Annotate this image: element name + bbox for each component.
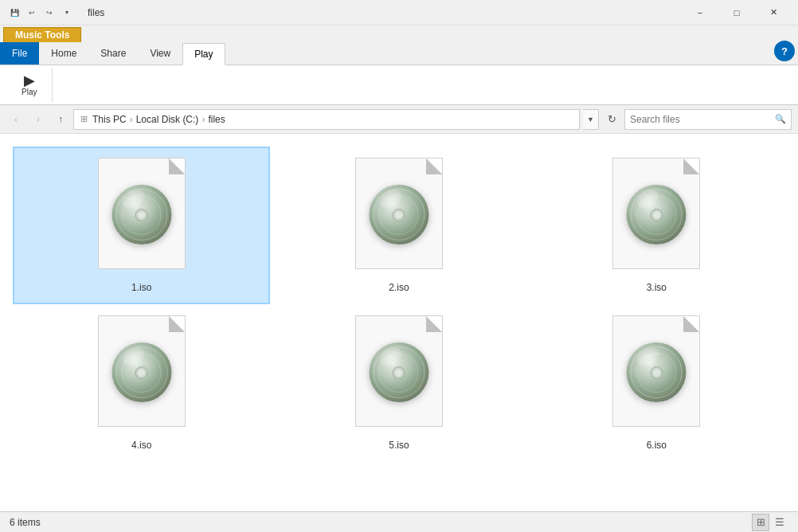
refresh-button[interactable]: ↻ [602,110,621,129]
ribbon-group-play: ▶ Play [6,68,53,102]
search-input[interactable] [630,114,772,125]
redo-qa-btn[interactable]: ↪ [41,5,57,21]
file-page [98,315,186,427]
disc-icon [111,185,171,244]
close-button[interactable]: ✕ [755,0,792,25]
path-this-pc[interactable]: This PC [92,114,127,125]
fold-shadow [426,316,442,332]
file-icon [94,315,190,435]
file-item[interactable]: 6.iso [528,304,785,462]
path-files[interactable]: files [208,114,225,125]
file-page [355,315,443,427]
list-view-btn[interactable]: ☰ [771,514,788,531]
file-item[interactable]: 5.iso [270,304,527,462]
tab-view[interactable]: View [138,42,182,65]
window-controls: − □ ✕ [682,0,792,25]
file-name: 4.iso [131,440,151,451]
file-page [98,158,186,269]
fold-shadow [169,158,185,174]
file-icon [351,158,447,277]
fold-shadow [683,158,699,174]
disc-icon [369,185,428,244]
forward-button[interactable]: › [29,110,48,129]
ribbon: Music Tools File Home Share View Play ? … [0,25,798,105]
file-icon [94,158,190,277]
address-bar: ‹ › ↑ ⊞ This PC › Local Disk (C:) › file… [0,105,798,134]
file-item[interactable]: 2.iso [270,147,527,304]
up-button[interactable]: ↑ [51,110,70,129]
address-path[interactable]: ⊞ This PC › Local Disk (C:) › files [73,109,580,130]
tab-play[interactable]: Play [182,43,225,65]
disc-icon [627,185,687,244]
file-icon [608,158,704,277]
file-name: 6.iso [647,440,667,451]
undo-qa-btn[interactable]: ↩ [24,5,40,21]
file-item[interactable]: 1.iso [13,147,270,304]
view-buttons: ⊞ ☰ [752,514,788,531]
file-page [612,158,700,269]
tab-share[interactable]: Share [88,42,138,65]
status-bar: 6 items ⊞ ☰ [0,511,798,532]
ribbon-play-btns: ▶ Play [16,71,42,99]
path-local-disk[interactable]: Local Disk (C:) [136,114,199,125]
grid-view-btn[interactable]: ⊞ [752,514,769,531]
item-count: 6 items [10,517,41,528]
file-name: 5.iso [389,440,409,451]
tab-home[interactable]: Home [39,42,88,65]
title-bar: 💾 ↩ ↪ ▼ files − □ ✕ [0,0,798,25]
files-grid: 1.iso 2.iso [6,140,792,468]
fold-shadow [683,316,699,332]
music-tools-tab[interactable]: Music Tools [3,27,81,42]
maximize-button[interactable]: □ [718,0,755,25]
quick-access-toolbar: 💾 ↩ ↪ ▼ [6,5,75,21]
help-button[interactable]: ? [774,41,795,61]
minimize-button[interactable]: − [682,0,718,25]
play-ribbon-btn[interactable]: ▶ Play [16,71,42,99]
file-name: 3.iso [647,282,667,293]
file-item[interactable]: 4.iso [13,304,270,462]
file-name: 1.iso [131,282,151,293]
back-button[interactable]: ‹ [6,110,25,129]
main-content: 1.iso 2.iso [0,134,798,511]
play-icon: ▶ [24,73,35,88]
file-name: 2.iso [389,282,409,293]
disc-icon [369,342,428,402]
file-page [355,158,443,269]
ribbon-content: ▶ Play [0,65,798,104]
fold-shadow [426,158,442,174]
file-icon [351,315,447,435]
save-qa-btn[interactable]: 💾 [6,5,22,21]
disc-icon [627,342,687,402]
fold-shadow [169,316,185,332]
qa-dropdown-btn[interactable]: ▼ [59,5,75,21]
tab-file[interactable]: File [0,42,39,65]
disc-icon [111,342,171,402]
file-page [612,315,700,427]
window-title: files [88,7,104,18]
address-dropdown-btn[interactable]: ▼ [583,109,599,130]
search-box: 🔍 [624,109,792,130]
file-icon [608,315,704,435]
search-icon: 🔍 [775,114,786,124]
file-item[interactable]: 3.iso [528,147,785,304]
